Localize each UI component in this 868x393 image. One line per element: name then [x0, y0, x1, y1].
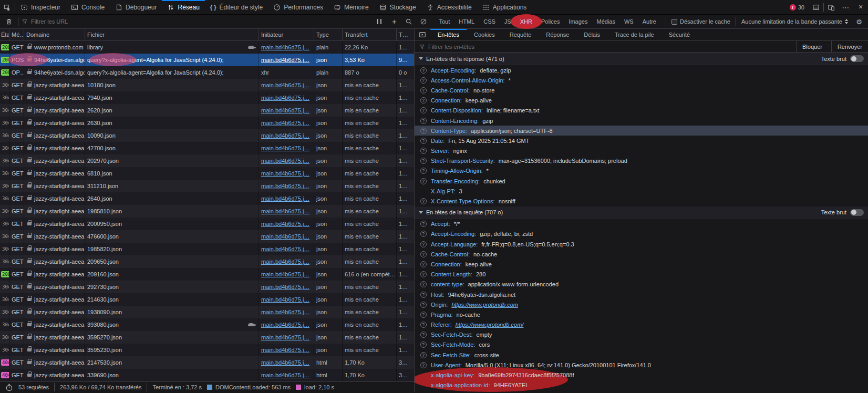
help-icon[interactable]	[420, 77, 427, 84]
table-row[interactable]: 304 GET jazzy-starlight-aeea19.netli… 26…	[0, 117, 414, 129]
initiator-link[interactable]: main.bd4b6d75.j…	[261, 322, 309, 328]
table-row[interactable]: 304 GET jazzy-starlight-aeea19.netli… 20…	[0, 154, 414, 167]
header-row[interactable]: Cache-Control: no-cache	[415, 249, 868, 259]
type-filter-pill[interactable]: Autre	[639, 17, 659, 26]
tab-performances[interactable]: Performances	[268, 0, 328, 14]
help-icon[interactable]	[420, 198, 427, 204]
table-row[interactable]: 304 GET jazzy-starlight-aeea19.netli… 47…	[0, 230, 414, 243]
type-filter-pill[interactable]: WS	[621, 17, 637, 26]
column-header-transfer[interactable]: Transfert	[343, 29, 397, 40]
help-icon[interactable]	[420, 158, 427, 164]
url-filter-input[interactable]	[31, 18, 370, 25]
table-row[interactable]: 200 OP… 94he6yatei-dsn.algolia.net query…	[0, 66, 414, 79]
domcontentloaded-marker[interactable]: DOMContentLoaded: 563 ms	[207, 384, 291, 390]
header-row[interactable]: Referer: https://www.protondb.com/	[415, 320, 868, 330]
error-count-button[interactable]: ! 30	[786, 0, 809, 14]
tab-memoire[interactable]: Mémoire	[328, 0, 374, 14]
header-row[interactable]: Content-Type: application/json; charset=…	[415, 126, 868, 136]
initiator-link[interactable]: main.bd4b6d75.j…	[261, 284, 309, 290]
details-tab[interactable]: Réponse	[539, 29, 576, 40]
type-filter-pill[interactable]: HTML	[456, 17, 478, 26]
help-icon[interactable]	[420, 221, 427, 227]
help-icon[interactable]	[420, 87, 427, 94]
table-row[interactable]: 304 GET jazzy-starlight-aeea19.netli… 68…	[0, 167, 414, 180]
column-header-type[interactable]: Type	[314, 29, 343, 40]
tab-reseau[interactable]: Réseau	[162, 0, 204, 14]
raw-toggle-request[interactable]: Texte brut	[821, 209, 864, 216]
header-row[interactable]: Accept: */*	[415, 219, 868, 229]
table-row[interactable]: 304 GET jazzy-starlight-aeea19.netli… 35…	[0, 331, 414, 344]
split-console-button[interactable]	[809, 0, 823, 14]
help-icon[interactable]	[420, 128, 427, 134]
transferred-size[interactable]: 263,96 Ko / 69,74 Ko transférés	[60, 384, 141, 390]
table-row[interactable]: 404 GET jazzy-starlight-aeea19.netli… 33…	[0, 369, 414, 381]
help-icon[interactable]	[420, 312, 427, 318]
close-devtools-button[interactable]: ✕	[853, 0, 868, 14]
details-tab[interactable]: Trace de la pile	[607, 29, 662, 40]
throttling-select[interactable]: Aucune limitation de la bande passante	[739, 18, 850, 25]
help-icon[interactable]	[420, 148, 427, 154]
table-row[interactable]: 304 GET jazzy-starlight-aeea19.netli… 20…	[0, 218, 414, 230]
toggle-panel-button[interactable]	[415, 29, 430, 40]
table-row[interactable]: 304 GET jazzy-starlight-aeea19.netli… 19…	[0, 243, 414, 255]
column-header-status[interactable]: Éta	[0, 29, 9, 40]
resend-button[interactable]: Renvoyer	[831, 41, 868, 52]
initiator-link[interactable]: main.bd4b6d75.j…	[261, 158, 309, 164]
table-row[interactable]: 200 GET www.protondb.com library main.bd…	[0, 41, 414, 54]
table-row[interactable]: 304 GET jazzy-starlight-aeea19.netli… 26…	[0, 104, 414, 117]
tab-accessibilite[interactable]: Accessibilité	[421, 0, 477, 14]
details-tab[interactable]: Cookies	[467, 29, 502, 40]
new-request-button[interactable]: +	[388, 19, 400, 24]
header-row[interactable]: Date: Fri, 15 Aug 2025 21:05:14 GMT	[415, 136, 868, 146]
responsive-mode-button[interactable]	[824, 0, 839, 14]
disable-cache-control[interactable]: Désactiver le cache	[669, 18, 732, 25]
tab-inspecteur[interactable]: Inspecteur	[15, 0, 66, 14]
header-row[interactable]: Server: nginx	[415, 146, 868, 156]
header-row[interactable]: Timing-Allow-Origin: *	[415, 166, 868, 176]
header-row[interactable]: Connection: keep-alive	[415, 259, 868, 269]
response-headers-section-header[interactable]: En-têtes de la réponse (471 o) Texte bru…	[415, 53, 868, 65]
header-row[interactable]: Access-Control-Allow-Origin: *	[415, 75, 868, 85]
header-row[interactable]: content-type: application/x-www-form-url…	[415, 280, 868, 289]
table-row[interactable]: 304 GET jazzy-starlight-aeea19.netli… 10…	[0, 129, 414, 142]
tab-debogueur[interactable]: Débogueur	[110, 0, 162, 14]
help-icon[interactable]	[420, 138, 427, 144]
finish-time[interactable]: Terminé en : 3,72 s	[152, 384, 202, 390]
tab-console[interactable]: Console	[66, 0, 110, 14]
initiator-link[interactable]: main.bd4b6d75.j…	[261, 347, 309, 353]
type-filter-pill[interactable]: Polices	[538, 17, 563, 26]
table-row[interactable]: 200 GET jazzy-starlight-aeea19.netli… 20…	[0, 268, 414, 281]
initiator-link[interactable]: main.bd4b6d75.j…	[261, 221, 309, 227]
request-headers-section-header[interactable]: En-têtes de la requête (707 o) Texte bru…	[415, 206, 868, 219]
help-icon[interactable]	[420, 67, 427, 74]
header-row[interactable]: Strict-Transport-Security: max-age=31536…	[415, 156, 868, 166]
help-icon[interactable]	[420, 352, 427, 358]
initiator-link[interactable]: main.bd4b6d75.j…	[261, 233, 309, 240]
headers-filter-input[interactable]	[428, 44, 793, 50]
help-icon[interactable]	[420, 241, 427, 247]
tab-editeur-de-style[interactable]: { } Éditeur de style	[205, 0, 268, 14]
help-icon[interactable]	[420, 97, 427, 104]
header-row[interactable]: X-Alg-PT: 3	[415, 186, 868, 196]
initiator-link[interactable]: main.bd4b6d75.j…	[261, 309, 309, 315]
help-icon[interactable]	[420, 342, 427, 348]
details-tab[interactable]: Sécurité	[662, 29, 697, 40]
table-row[interactable]: 304 GET jazzy-starlight-aeea19.netli… 35…	[0, 344, 414, 356]
header-row[interactable]: Transfer-Encoding: chunked	[415, 176, 868, 186]
type-filter-pill[interactable]: CSS	[480, 17, 499, 26]
header-row[interactable]: Sec-Fetch-Site: cross-site	[415, 350, 868, 360]
header-row[interactable]: Content-Disposition: inline; filename=a.…	[415, 106, 868, 116]
header-row[interactable]: X-Content-Type-Options: nosniff	[415, 196, 868, 206]
details-tab[interactable]: Requête	[502, 29, 539, 40]
initiator-link[interactable]: main.bd4b6d75.j…	[261, 44, 309, 50]
initiator-link[interactable]: main.bd4b6d75.j…	[261, 208, 309, 214]
initiator-link[interactable]: main.bd4b6d75.j…	[261, 120, 309, 126]
header-row[interactable]: Sec-Fetch-Mode: cors	[415, 340, 868, 350]
column-header-size[interactable]: T…	[397, 29, 414, 40]
initiator-link[interactable]: main.bd4b6d75.j…	[261, 359, 309, 366]
column-header-method[interactable]: Mé…	[9, 29, 24, 40]
initiator-link[interactable]: main.bd4b6d75.j…	[261, 57, 309, 63]
initiator-link[interactable]: main.bd4b6d75.j…	[261, 258, 309, 265]
header-row[interactable]: Content-Encoding: gzip	[415, 116, 868, 126]
help-icon[interactable]	[420, 251, 427, 257]
